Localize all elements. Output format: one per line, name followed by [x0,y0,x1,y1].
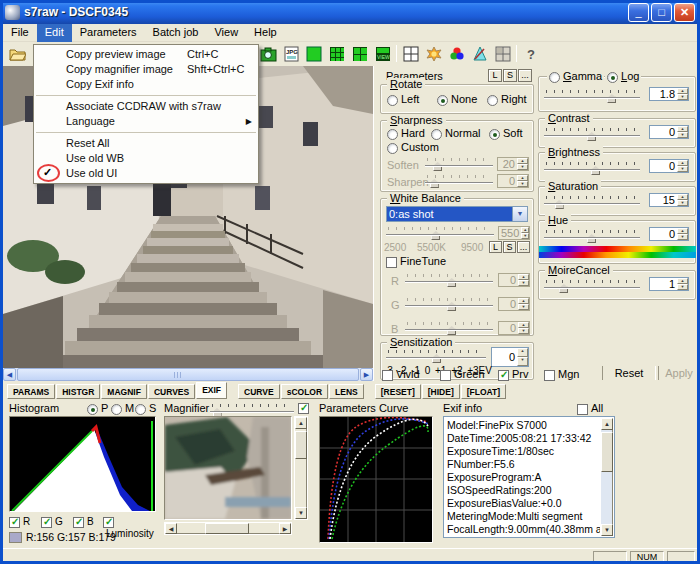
tab-params[interactable]: PARAMS [7,384,55,399]
slider-thumb[interactable] [555,200,564,209]
menu-edit[interactable]: Edit [37,24,72,42]
tab-scolor[interactable]: sCOLOR [281,384,328,399]
magnifier-enable-checkbox[interactable] [298,403,309,414]
soften-slider[interactable] [425,157,493,171]
sensitization-slider[interactable] [386,349,486,363]
hue-value[interactable]: 0 [650,228,677,240]
histogram-mode-s-radio[interactable] [135,404,146,415]
menu-help[interactable]: Help [246,24,285,42]
spin-down-icon[interactable]: ▼ [677,284,688,290]
jpeg-export-icon[interactable]: JPG [281,44,301,64]
enhance-flame-icon[interactable] [424,44,444,64]
close-button[interactable]: ✕ [674,3,695,22]
menu-batch-job[interactable]: Batch job [145,24,207,42]
hist-b-checkbox[interactable] [73,517,84,528]
scroll-down-arrow-icon[interactable]: ▼ [601,524,613,536]
menu-view[interactable]: View [206,24,246,42]
contrast-value[interactable]: 0 [650,126,677,138]
view-preview-icon[interactable]: VIEW [373,44,393,64]
gamma-slider[interactable] [544,89,640,103]
saturation-value[interactable]: 15 [650,194,677,206]
slider-thumb[interactable] [430,179,439,188]
rotate-right-radio[interactable] [487,95,498,106]
sharpness-hard-radio[interactable] [387,129,398,140]
sharpen-spin[interactable]: 0▲▼ [497,174,529,188]
minimize-button[interactable]: _ [628,3,649,22]
histogram-mode-p-radio[interactable] [87,404,98,415]
menu-item-copy-exif[interactable]: Copy Exif info [34,77,258,92]
sharpen-slider[interactable] [425,174,493,188]
slider-thumb[interactable] [432,354,441,363]
preview-horizontal-scrollbar[interactable]: ◀ ▶ [3,368,373,381]
wb-g-value[interactable]: 0 [499,298,518,310]
spin-down-icon[interactable]: ▼ [677,234,688,240]
wb-load-button[interactable]: L [489,241,502,253]
tab-exif[interactable]: EXIF [196,382,227,399]
mgn-checkbox[interactable] [544,370,555,381]
brightness-spin[interactable]: 0▲▼ [649,159,689,173]
gamma-radio[interactable] [549,72,560,83]
scrollbar-thumb[interactable] [205,523,249,534]
wb-r-slider[interactable] [405,273,493,287]
slider-thumb[interactable] [447,278,456,287]
tab-hide[interactable]: [HIDE] [422,384,460,399]
scroll-down-arrow-icon[interactable]: ▼ [295,507,307,519]
help-icon[interactable]: ? [521,44,541,64]
spin-down-icon[interactable]: ▼ [517,164,528,170]
sharpness-soft-radio[interactable] [489,129,500,140]
grid-settings-icon[interactable] [493,44,513,64]
menu-item-reset-all[interactable]: Reset All [34,136,258,151]
wb-b-slider[interactable] [405,321,493,335]
prv-checkbox[interactable] [498,370,509,381]
tab-reset[interactable]: [RESET] [375,384,421,399]
slider-thumb[interactable] [447,326,456,335]
sharpness-normal-radio[interactable] [431,129,442,140]
save-camera-icon[interactable] [258,44,278,64]
tab-curve[interactable]: CURVE [238,384,280,399]
slider-thumb[interactable] [587,132,596,141]
magnifier-hscroll[interactable]: ◀ ▶ [164,522,292,535]
reset-button[interactable]: Reset [602,366,656,380]
wb-temp-value[interactable]: 550 [499,227,521,239]
gamma-spin[interactable]: 1.8▲▼ [649,87,689,101]
wb-more-button[interactable]: ... [517,241,530,253]
gamma-value[interactable]: 1.8 [650,88,677,100]
green-checkbox[interactable] [440,370,451,381]
slider-thumb[interactable] [559,284,568,293]
finetune-checkbox[interactable] [386,257,397,268]
histogram-mode-m-radio[interactable] [111,404,122,415]
menu-item-use-old-wb[interactable]: Use old WB [34,151,258,166]
spin-down-icon[interactable]: ▼ [677,132,688,138]
tab-magnif[interactable]: MAGNIF [101,384,147,399]
spin-down-icon[interactable]: ▼ [518,328,529,334]
wb-g-spin[interactable]: 0▲▼ [498,297,530,311]
apply-button[interactable]: Apply [658,366,700,380]
spin-down-icon[interactable]: ▼ [517,357,528,366]
scroll-up-arrow-icon[interactable]: ▲ [601,418,613,430]
soften-value[interactable]: 20 [498,158,517,170]
log-radio[interactable] [607,72,618,83]
maximize-button[interactable]: □ [651,3,672,22]
moire-value[interactable]: 1 [650,278,677,290]
saturation-spin[interactable]: 15▲▼ [649,193,689,207]
title-bar[interactable]: s7raw - DSCF0345 _ □ ✕ [0,0,700,24]
sharpen-value[interactable]: 0 [498,175,517,187]
spin-down-icon[interactable]: ▼ [677,166,688,172]
contrast-spin[interactable]: 0▲▼ [649,125,689,139]
open-folder-icon[interactable] [7,44,27,64]
tab-curves[interactable]: CURVES [148,384,195,399]
scroll-up-arrow-icon[interactable]: ▲ [295,417,307,429]
view-grid-9-icon[interactable] [327,44,347,64]
sensitization-spin[interactable]: 0▲▼ [491,347,529,367]
spin-down-icon[interactable]: ▼ [677,200,688,206]
split-quad-icon[interactable] [401,44,421,64]
menu-item-copy-preview[interactable]: Copy preview imageCtrl+C [34,47,258,62]
wb-temp-spin[interactable]: 550▲▼ [498,226,530,240]
magnifier-vscroll[interactable]: ▲ ▼ [294,416,308,520]
scroll-left-arrow-icon[interactable]: ◀ [3,368,16,381]
spin-down-icon[interactable]: ▼ [518,304,529,310]
menu-item-associate-ccdraw[interactable]: Associate CCDRAW with s7raw [34,99,258,114]
more-params-button[interactable]: ... [518,69,532,82]
exif-all-checkbox[interactable] [577,404,588,415]
wb-b-spin[interactable]: 0▲▼ [498,321,530,335]
